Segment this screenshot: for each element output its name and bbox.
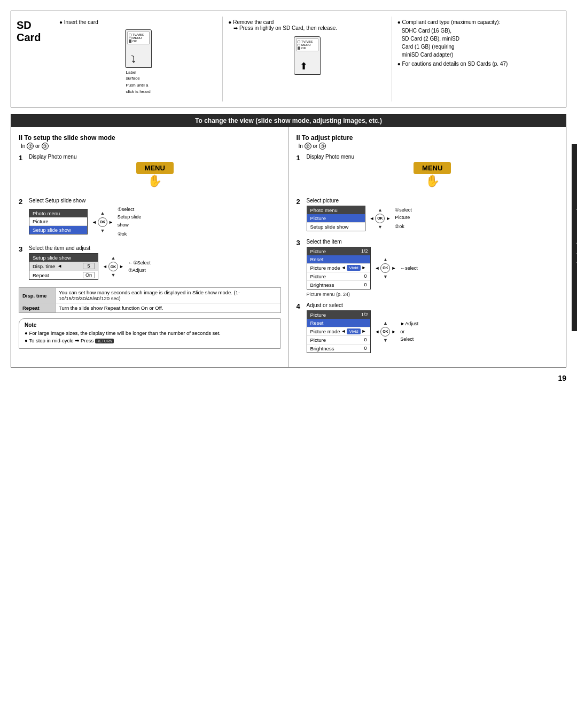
picture-row-brightness-step3: Brightness 0 <box>307 281 370 289</box>
picture-panel-num: 1/2 <box>359 247 370 255</box>
setup-panel-title: Setup slide show <box>29 254 98 262</box>
page-number: 19 <box>11 374 566 382</box>
right-step4: 4 Adjust or select Picture 1/2 Rese <box>297 302 559 355</box>
sd-col-insert: ● Insert the card TV/VBS MENU OK ⤵ Labe <box>54 17 223 101</box>
picture-row-picture: Picture 0 <box>307 272 370 281</box>
ok-button-left-step3[interactable]: OK <box>108 262 118 271</box>
left-photo-menu-panel: Photo menu Picture Setup slide show <box>29 209 88 234</box>
setup-row-repeat: Repeat On <box>29 271 98 279</box>
picture4-row-mode: Picture mode ◄ Vivid ► <box>307 327 370 336</box>
card-type-line3: Card (1 GB) (requiring <box>402 43 555 51</box>
note-bullet2: ● To stop in mid-cycle ➡ Press RETURN <box>25 338 275 343</box>
sd-col-compliant: ● Compliant card type (maximum capacity)… <box>392 17 560 101</box>
ok-button-right-step3[interactable]: OK <box>380 263 390 273</box>
right-menu-row-setup: Setup slide show <box>307 223 365 231</box>
setup-row-disp: Disp. time ◄ 5 <box>29 262 98 271</box>
right-menu-title: Photo menu <box>307 206 365 214</box>
card-type-line2: SD Card (2 GB), miniSD <box>402 35 555 43</box>
left-step1: 1 Display Photo menu MENU ✋ <box>19 154 281 192</box>
right-step-title: II To adjust picture <box>297 134 559 142</box>
ok-button-right-step4[interactable]: OK <box>380 327 390 336</box>
push-text: Push until aclick is heard <box>126 82 151 94</box>
right-step2-label: Select picture <box>307 198 559 203</box>
left-menu-row-picture: Picture <box>29 217 87 226</box>
card-type-line4: miniSD Card adapter) <box>402 51 555 59</box>
picture-row-reset: Reset <box>307 255 370 264</box>
left-column: II To setup the slide show mode In ② or … <box>11 127 289 367</box>
right-step1-label: Display Photo menu <box>307 154 559 160</box>
ok-button-left-step2[interactable]: OK <box>98 217 107 227</box>
setup-slide-panel: Setup slide show Disp. time ◄ 5 Repeat O… <box>29 253 98 280</box>
ok-button-right-step2[interactable]: OK <box>375 214 385 223</box>
viewing-sidebar: Viewing Viewing from SD Card <box>572 144 577 331</box>
right-column: II To adjust picture In ② or ③ 1 Display… <box>289 127 566 367</box>
right-step4-label: Adjust or select <box>307 302 559 308</box>
label-surface-text: Labelsurface <box>126 69 151 81</box>
menu-button-left: MENU <box>136 162 174 174</box>
left-step3: 3 Select the item and adjust Setup slide… <box>19 245 281 282</box>
picture-panel-step4: Picture 1/2 Reset Picture mode ◄ Vivid ► <box>307 310 371 353</box>
note-box: Note ● For large image sizes, the displa… <box>19 318 281 349</box>
left-menu-row-setup: Setup slide show <box>29 226 87 234</box>
sd-col-remove: ● Remove the card ➡ Press in lightly on … <box>223 17 392 101</box>
left-step2: 2 Select Setup slide show Photo menu Pic… <box>19 198 281 240</box>
left-menu-title: Photo menu <box>29 209 87 217</box>
right-step3: 3 Select the item Picture 1/2 Reset <box>297 239 559 297</box>
explain-disp-label: Disp. time <box>19 288 56 303</box>
explain-repeat-label: Repeat <box>19 303 56 312</box>
left-step3-label: Select the item and adjust <box>29 245 281 251</box>
right-step1: 1 Display Photo menu MENU ✋ <box>297 154 559 192</box>
right-in-text: In ② or ③ <box>299 143 559 150</box>
picture4-row-picture: Picture 0 <box>307 336 370 345</box>
right-step3-label: Select the item <box>307 239 559 245</box>
sd-card-label: SD Card <box>17 17 49 101</box>
note-title: Note <box>25 322 275 328</box>
explain-disp-val: You can set how many seconds each image … <box>56 288 280 303</box>
left-step-title: II To setup the slide show mode <box>19 134 281 142</box>
picture-row-mode: Picture mode ◄ Vivid ► <box>307 264 370 272</box>
right-menu-row-picture: Picture <box>307 214 365 223</box>
explain-repeat-val: Turn the slide show Repeat function On o… <box>56 303 280 312</box>
section-header: To change the view (slide show mode, adj… <box>11 114 566 127</box>
right-step2: 2 Select picture Photo menu Picture Setu… <box>297 198 559 233</box>
sd-card-section: SD Card ● Insert the card TV/VBS MENU OK <box>11 11 566 107</box>
explain-table: Disp. time You can set how many seconds … <box>19 287 281 313</box>
left-in-text: In ② or ③ <box>21 143 281 150</box>
left-step2-label: Select Setup slide show <box>29 198 281 203</box>
picture4-row-reset: Reset <box>307 319 370 327</box>
explain-row-disp: Disp. time You can set how many seconds … <box>19 288 280 303</box>
main-section: To change the view (slide show mode, adj… <box>11 114 566 367</box>
left-step1-label: Display Photo menu <box>29 154 281 160</box>
menu-hand-right: ✋ <box>414 174 451 188</box>
card-type-line1: SDHC Card (16 GB), <box>402 27 555 35</box>
menu-hand-left: ✋ <box>136 174 174 188</box>
explain-row-repeat: Repeat Turn the slide show Repeat functi… <box>19 303 280 312</box>
picture4-row-brightness: Brightness 0 <box>307 345 370 353</box>
picture-panel-title-4: Picture <box>307 311 359 319</box>
note-bullet1: ● For large image sizes, the display tim… <box>25 330 275 336</box>
picture-panel-num-4: 1/2 <box>359 311 370 319</box>
picture-panel-title: Picture <box>307 247 359 255</box>
right-photo-menu-panel: Photo menu Picture Setup slide show <box>307 206 365 231</box>
picture-panel-step3: Picture 1/2 Reset Picture mode ◄ Vivid ► <box>307 247 371 289</box>
picture-caption: Picture menu (p. 24) <box>307 292 559 297</box>
menu-button-right: MENU <box>414 162 451 174</box>
